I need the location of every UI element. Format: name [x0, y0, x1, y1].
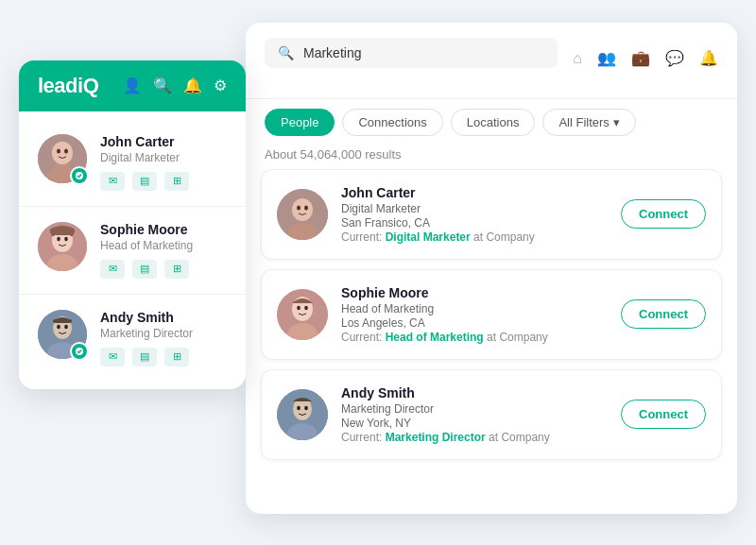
briefcase-icon[interactable]: 💼 [631, 49, 650, 67]
phone-icon[interactable]: ▤ [132, 172, 157, 191]
person-title: Digital Marketer [100, 151, 227, 164]
person-actions: ✉ ▤ ⊞ [100, 172, 227, 191]
result-avatar [277, 289, 328, 340]
person-actions: ✉ ▤ ⊞ [100, 260, 227, 279]
bell-icon[interactable]: 🔔 [699, 49, 718, 67]
svg-point-21 [292, 198, 313, 221]
result-info: John Carter Digital Marketer San Fransic… [341, 185, 608, 244]
chevron-down-icon: ▾ [613, 115, 620, 129]
result-current: Current: Marketing Director at Company [341, 431, 608, 444]
result-role: Marketing Director [341, 402, 608, 416]
right-panel: 🔍 ⌂ 👥 💼 💬 🔔 People Connections Locations… [246, 23, 737, 514]
bell-icon[interactable]: 🔔 [183, 77, 202, 94]
svg-point-28 [304, 305, 308, 309]
result-location: Los Angeles, CA [341, 316, 608, 330]
email-icon[interactable]: ✉ [100, 348, 125, 366]
result-current: Current: Digital Marketer at Company [341, 230, 608, 244]
nav-icons-group: ⌂ 👥 💼 💬 🔔 [573, 49, 718, 67]
result-name: John Carter [341, 185, 608, 200]
people-icon[interactable]: 👥 [597, 49, 616, 67]
list-item: John Carter Digital Marketer ✉ ▤ ⊞ [19, 119, 246, 207]
svg-point-17 [64, 324, 68, 328]
tab-people[interactable]: People [265, 109, 335, 136]
phone-icon[interactable]: ▤ [132, 348, 157, 366]
person-name: John Carter [100, 134, 227, 149]
company-icon[interactable]: ⊞ [164, 172, 189, 191]
home-icon[interactable]: ⌂ [573, 50, 582, 67]
result-info: Andy Smith Marketing Director New York, … [341, 385, 608, 444]
svg-point-32 [297, 405, 301, 409]
result-location: San Fransico, CA [341, 216, 608, 230]
results-list: John Carter Digital Marketer San Fransic… [246, 169, 737, 509]
result-name: Andy Smith [341, 385, 608, 400]
email-icon[interactable]: ✉ [100, 172, 125, 191]
person-actions: ✉ ▤ ⊞ [100, 348, 227, 366]
result-role: Head of Marketing [341, 302, 608, 315]
svg-point-11 [57, 236, 60, 240]
panel-header: 🔍 ⌂ 👥 💼 💬 🔔 [246, 23, 737, 99]
person-name: Sophie Moore [100, 222, 227, 237]
header-icons-group: 👤 🔍 🔔 ⚙ [123, 77, 227, 94]
filter-tabs: People Connections Locations All Filters… [246, 99, 737, 136]
person-name: Andy Smith [100, 310, 227, 325]
result-card: John Carter Digital Marketer San Fransic… [261, 169, 722, 260]
svg-point-33 [304, 405, 308, 409]
result-card: Sophie Moore Head of Marketing Los Angel… [261, 269, 722, 360]
list-item: Andy Smith Marketing Director ✉ ▤ ⊞ [19, 295, 246, 382]
app-logo: leadiQ [38, 74, 98, 98]
result-avatar [277, 189, 328, 240]
left-panel: leadiQ 👤 🔍 🔔 ⚙ [19, 60, 246, 389]
person-icon[interactable]: 👤 [123, 77, 142, 94]
svg-point-22 [297, 205, 301, 210]
company-icon[interactable]: ⊞ [164, 348, 189, 366]
avatar [38, 222, 87, 271]
avatar-wrap [38, 134, 87, 183]
tab-connections[interactable]: Connections [342, 109, 442, 136]
svg-point-5 [64, 148, 68, 153]
avatar-badge [70, 342, 89, 361]
search-icon[interactable]: 🔍 [153, 77, 172, 94]
connect-button[interactable]: Connect [621, 199, 706, 229]
svg-point-27 [297, 305, 301, 309]
avatar-wrap [38, 310, 87, 359]
svg-point-16 [57, 324, 60, 328]
search-input[interactable] [303, 45, 544, 60]
svg-point-3 [52, 142, 73, 164]
avatar-badge [70, 166, 89, 185]
avatar-wrap [38, 222, 87, 271]
result-location: New York, NY [341, 417, 608, 430]
gear-icon[interactable]: ⚙ [214, 77, 227, 94]
tab-locations[interactable]: Locations [451, 109, 536, 136]
people-list: John Carter Digital Marketer ✉ ▤ ⊞ [19, 111, 246, 389]
results-count: About 54,064,000 results [246, 136, 737, 169]
svg-point-4 [57, 148, 60, 153]
connect-button[interactable]: Connect [621, 299, 706, 329]
result-name: Sophie Moore [341, 285, 608, 300]
result-current: Current: Head of Marketing at Company [341, 331, 608, 344]
svg-point-12 [64, 236, 68, 240]
search-nav-row: 🔍 ⌂ 👥 💼 💬 🔔 [265, 38, 718, 79]
list-item: Sophie Moore Head of Marketing ✉ ▤ ⊞ [19, 207, 246, 295]
phone-icon[interactable]: ▤ [132, 260, 157, 279]
result-role: Digital Marketer [341, 202, 608, 215]
search-bar[interactable]: 🔍 [265, 38, 558, 68]
person-title: Marketing Director [100, 327, 227, 340]
chat-icon[interactable]: 💬 [665, 49, 684, 67]
result-card: Andy Smith Marketing Director New York, … [261, 369, 722, 460]
tab-all-filters[interactable]: All Filters ▾ [542, 109, 635, 136]
connect-button[interactable]: Connect [621, 400, 706, 429]
person-info: Sophie Moore Head of Marketing ✉ ▤ ⊞ [100, 222, 227, 279]
app-header: leadiQ 👤 🔍 🔔 ⚙ [19, 60, 246, 111]
company-icon[interactable]: ⊞ [164, 260, 189, 279]
result-info: Sophie Moore Head of Marketing Los Angel… [341, 285, 608, 344]
person-info: Andy Smith Marketing Director ✉ ▤ ⊞ [100, 310, 227, 366]
person-title: Head of Marketing [100, 239, 227, 252]
email-icon[interactable]: ✉ [100, 260, 125, 279]
person-info: John Carter Digital Marketer ✉ ▤ ⊞ [100, 134, 227, 191]
search-icon: 🔍 [278, 45, 294, 60]
result-avatar [277, 389, 328, 440]
svg-point-23 [304, 205, 308, 210]
